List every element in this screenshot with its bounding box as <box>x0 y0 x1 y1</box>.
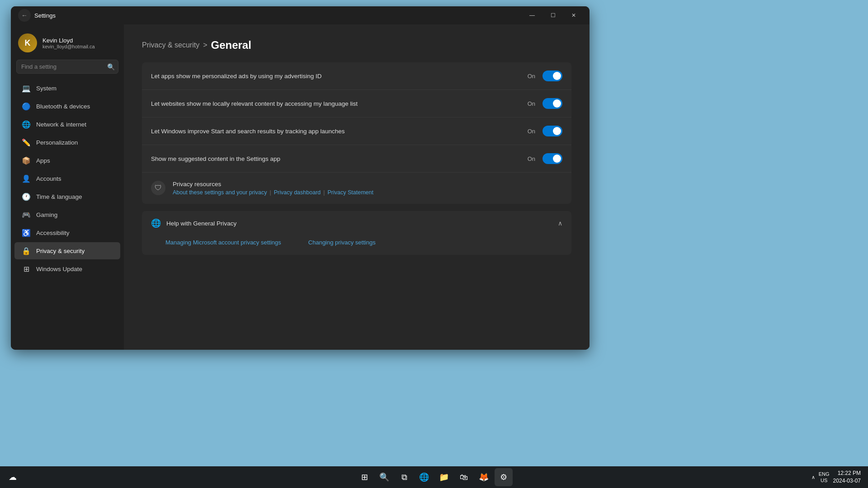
sidebar-item-personalization[interactable]: ✏️ Personalization <box>14 134 120 151</box>
sidebar-item-network[interactable]: 🌐 Network & internet <box>14 116 120 133</box>
taskbar-search[interactable]: 🔍 <box>375 468 393 486</box>
sidebar-user[interactable]: K Kevin Lloyd kevin_lloyd@hotmail.ca <box>11 28 124 60</box>
taskbar-sys-icons: ∧ <box>811 474 815 480</box>
sidebar-item-time[interactable]: 🕐 Time & language <box>14 188 120 205</box>
chevron-up-icon[interactable]: ∧ <box>811 474 815 480</box>
sidebar-item-label: Privacy & security <box>36 248 85 254</box>
taskbar-firefox[interactable]: 🦊 <box>475 468 493 486</box>
taskbar-explorer[interactable]: 📁 <box>435 468 453 486</box>
window-title: Settings <box>34 12 56 19</box>
sidebar-item-label: System <box>36 85 57 92</box>
taskbar-edge[interactable]: 🌐 <box>415 468 433 486</box>
user-email: kevin_lloyd@hotmail.ca <box>42 44 95 49</box>
sidebar-item-label: Network & internet <box>36 121 86 128</box>
toggle-thumb <box>553 155 561 163</box>
sidebar-item-system[interactable]: 💻 System <box>14 80 120 97</box>
sidebar-item-label: Gaming <box>36 211 57 218</box>
toggle-suggestions[interactable] <box>542 153 562 164</box>
globe-icon: 🌐 <box>151 218 161 228</box>
toggle-status-language: On <box>528 100 535 107</box>
privacy-sep-2: | <box>323 189 325 196</box>
privacy-link-statement[interactable]: Privacy Statement <box>328 189 373 196</box>
sidebar-item-gaming[interactable]: 🎮 Gaming <box>14 206 120 223</box>
minimize-button[interactable]: — <box>522 8 542 23</box>
taskbar-settings[interactable]: ⚙ <box>495 468 513 486</box>
clock-time: 12:22 PM <box>833 469 861 477</box>
help-header-left: 🌐 Help with General Privacy <box>151 218 236 228</box>
time-icon: 🕐 <box>22 192 31 201</box>
sidebar-item-label: Apps <box>36 157 50 164</box>
window-body: K Kevin Lloyd kevin_lloyd@hotmail.ca 🔍 💻… <box>11 24 590 350</box>
setting-row-suggestions: Show me suggested content in the Setting… <box>142 145 571 173</box>
privacy-sep-1: | <box>269 189 271 196</box>
toggle-thumb <box>553 127 561 135</box>
toggle-status-tracking: On <box>528 128 535 135</box>
toggle-status-ads: On <box>528 73 535 80</box>
lang-region: US <box>819 477 830 483</box>
weather-icon[interactable]: ☁ <box>4 468 22 486</box>
sidebar-item-accounts[interactable]: 👤 Accounts <box>14 170 120 187</box>
sidebar-search: 🔍 <box>16 60 118 74</box>
toggle-track <box>542 70 562 81</box>
sidebar-item-update[interactable]: ⊞ Windows Update <box>14 260 120 277</box>
setting-row-language: Let websites show me locally relevant co… <box>142 90 571 117</box>
privacy-icon: 🔒 <box>22 246 31 255</box>
sidebar-item-label: Accounts <box>36 175 61 182</box>
toggle-tracking[interactable] <box>542 126 562 136</box>
setting-label-ads: Let apps show me personalized ads by usi… <box>151 73 321 80</box>
toggle-language[interactable] <box>542 98 562 109</box>
help-link-managing[interactable]: Managing Microsoft account privacy setti… <box>165 239 281 246</box>
sidebar-item-bluetooth[interactable]: 🔵 Bluetooth & devices <box>14 98 120 115</box>
help-header[interactable]: 🌐 Help with General Privacy ∧ <box>142 211 571 235</box>
setting-label-suggestions: Show me suggested content in the Setting… <box>151 155 280 162</box>
toggle-track <box>542 126 562 136</box>
close-button[interactable]: ✕ <box>563 8 584 23</box>
search-input[interactable] <box>16 60 118 74</box>
help-section: 🌐 Help with General Privacy ∧ Managing M… <box>142 211 571 255</box>
chevron-up-icon: ∧ <box>558 220 562 227</box>
toggle-track <box>542 153 562 164</box>
search-icon: 🔍 <box>107 63 115 70</box>
setting-row-tracking: Let Windows improve Start and search res… <box>142 117 571 145</box>
sidebar-item-accessibility[interactable]: ♿ Accessibility <box>14 224 120 241</box>
taskbar-store[interactable]: 🛍 <box>455 468 473 486</box>
toggle-row-language: On <box>528 98 562 109</box>
accounts-icon: 👤 <box>22 174 31 183</box>
setting-row-ads: Let apps show me personalized ads by usi… <box>142 62 571 90</box>
privacy-link-dashboard[interactable]: Privacy dashboard <box>274 189 321 196</box>
shield-icon: 🛡 <box>151 181 165 195</box>
setting-label-language: Let websites show me locally relevant co… <box>151 100 358 107</box>
taskbar-taskview[interactable]: ⧉ <box>395 468 413 486</box>
start-button[interactable]: ⊞ <box>355 468 373 486</box>
sidebar-item-apps[interactable]: 📦 Apps <box>14 152 120 169</box>
toggle-row-suggestions: On <box>528 153 562 164</box>
sidebar-item-label: Windows Update <box>36 266 82 272</box>
apps-icon: 📦 <box>22 156 31 165</box>
breadcrumb[interactable]: Privacy & security <box>142 41 199 49</box>
taskbar: ☁ ⊞ 🔍 ⧉ 🌐 📁 🛍 🦊 ⚙ ∧ ENG US 12:22 PM 2024… <box>0 466 868 488</box>
help-link-changing[interactable]: Changing privacy settings <box>308 239 376 246</box>
toggle-row-ads: On <box>528 70 562 81</box>
toggle-thumb <box>553 99 561 108</box>
toggle-status-suggestions: On <box>528 155 535 162</box>
sidebar-item-label: Personalization <box>36 139 78 146</box>
help-title: Help with General Privacy <box>166 220 236 227</box>
title-bar: ← Settings — ☐ ✕ <box>11 6 590 24</box>
back-button[interactable]: ← <box>18 9 31 22</box>
taskbar-clock[interactable]: 12:22 PM 2024-03-07 <box>833 469 864 485</box>
privacy-resources-row: 🛡 Privacy resources About these settings… <box>142 173 571 204</box>
user-info: Kevin Lloyd kevin_lloyd@hotmail.ca <box>42 37 95 49</box>
sidebar: K Kevin Lloyd kevin_lloyd@hotmail.ca 🔍 💻… <box>11 24 124 350</box>
network-icon: 🌐 <box>22 120 31 129</box>
clock-date: 2024-03-07 <box>833 477 861 485</box>
taskbar-left: ☁ <box>4 468 22 486</box>
setting-label-tracking: Let Windows improve Start and search res… <box>151 128 344 135</box>
user-name: Kevin Lloyd <box>42 37 95 44</box>
update-icon: ⊞ <box>22 264 31 273</box>
personalization-icon: ✏️ <box>22 138 31 147</box>
maximize-button[interactable]: ☐ <box>542 8 563 23</box>
toggle-ads[interactable] <box>542 70 562 81</box>
title-bar-left: ← Settings <box>18 9 56 22</box>
privacy-link-about[interactable]: About these settings and your privacy <box>173 189 267 196</box>
sidebar-item-privacy[interactable]: 🔒 Privacy & security <box>14 242 120 259</box>
